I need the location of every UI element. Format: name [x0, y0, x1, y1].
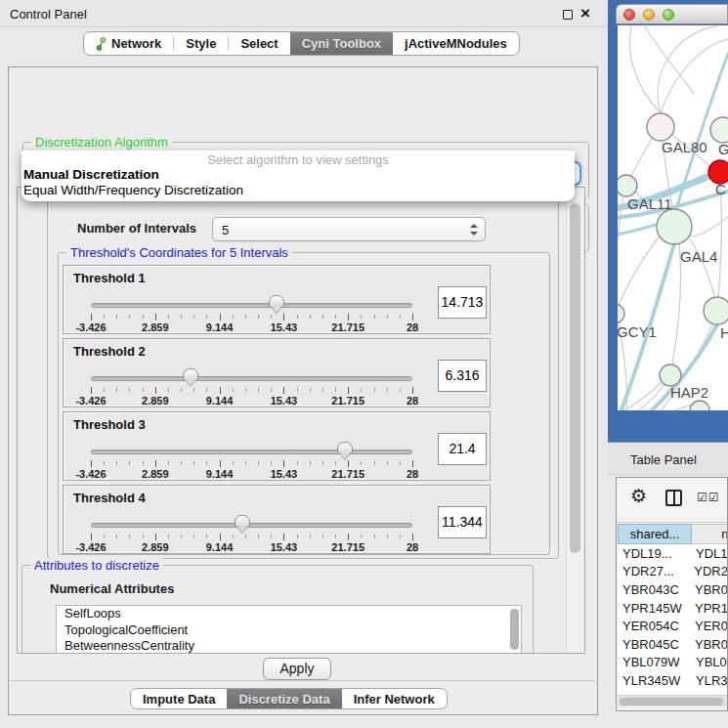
- network-edge[interactable]: [629, 26, 661, 113]
- slider-tick: [168, 315, 169, 319]
- slider-tick: [322, 535, 323, 538]
- slider-tick: [335, 461, 336, 465]
- numerical-attributes-list[interactable]: SelfLoopsTopologicalCoefficientBetweenne…: [56, 605, 522, 654]
- table-hscrollbar[interactable]: [618, 695, 728, 707]
- settings-scrollbar-thumb[interactable]: [570, 203, 580, 553]
- table-hscrollbar-thumb[interactable]: [620, 698, 723, 706]
- cell-name: YPR1: [691, 601, 728, 616]
- slider-tick: [283, 534, 284, 540]
- split-columns-icon[interactable]: [665, 490, 682, 506]
- table-row[interactable]: YBL079WYBL0: [618, 654, 728, 672]
- popup-option-equal-width[interactable]: Equal Width/Frequency Discretization: [21, 183, 575, 198]
- threshold-slider-thumb[interactable]: [235, 515, 250, 528]
- network-node[interactable]: [690, 401, 709, 420]
- threshold-slider-track[interactable]: [91, 523, 412, 528]
- tab-network[interactable]: Network: [84, 32, 173, 55]
- tab-style[interactable]: Style: [174, 32, 228, 55]
- slider-tick-label: 21.715: [331, 468, 364, 480]
- network-edge[interactable]: [661, 39, 728, 113]
- table-row[interactable]: YBR043CYBR0: [618, 580, 728, 599]
- slider-tick-label: 15.43: [271, 321, 298, 333]
- table-row[interactable]: YER054CYER0: [618, 617, 728, 635]
- column-header-name[interactable]: na: [692, 524, 728, 544]
- apply-button[interactable]: Apply: [263, 658, 331, 680]
- threshold-slider-track[interactable]: [91, 450, 412, 454]
- network-node-label: HAP2: [670, 384, 708, 401]
- cell-name: YDL1: [692, 546, 728, 561]
- network-node[interactable]: [710, 117, 728, 143]
- network-node[interactable]: [657, 209, 692, 244]
- cell-name: YER0: [691, 619, 728, 633]
- bottom-tab-infer-network[interactable]: Infer Network: [342, 689, 447, 708]
- slider-tick: [245, 461, 246, 465]
- threshold-value-field[interactable]: 6.316: [438, 360, 487, 392]
- attributes-scrollbar-thumb[interactable]: [510, 609, 519, 650]
- slider-tick-label: -3.426: [75, 541, 106, 553]
- network-view-window[interactable]: GAL80GCGAL11GAL4GCY1HHAP2: [608, 0, 728, 442]
- slider-tick-label: -3.426: [75, 321, 106, 333]
- threshold-slider-track[interactable]: [91, 303, 412, 308]
- attribute-list-item[interactable]: BetweennessCentrality: [57, 638, 521, 654]
- slider-tick: [412, 314, 413, 321]
- threshold-value-field[interactable]: 14.713: [438, 286, 487, 319]
- network-edge[interactable]: [718, 184, 721, 297]
- gear-icon[interactable]: ⚙: [630, 485, 647, 506]
- threshold-value-field[interactable]: 11.344: [438, 506, 487, 538]
- slider-tick: [104, 535, 105, 538]
- table-row[interactable]: YLR345WYLR3: [618, 671, 728, 690]
- attribute-list-item[interactable]: TopologicalCoefficient: [57, 622, 521, 639]
- threshold-slider-thumb[interactable]: [337, 442, 353, 454]
- table-row[interactable]: YDR27...YDR2: [618, 563, 728, 581]
- network-node[interactable]: [616, 175, 637, 196]
- table-row[interactable]: YDL19...YDL1: [618, 544, 728, 563]
- slider-tick-label: -3.426: [75, 468, 106, 480]
- slider-tick: [245, 315, 246, 319]
- close-panel-icon[interactable]: ×: [580, 4, 590, 23]
- tab-jactivemnodules[interactable]: jActiveMNodules: [393, 32, 519, 55]
- slider-tick-label: 28: [407, 321, 418, 333]
- select-columns-icon[interactable]: ☑☑: [697, 491, 720, 504]
- slider-tick: [310, 535, 311, 538]
- threshold-value-field[interactable]: 21.4: [438, 433, 487, 465]
- threshold-slider-thumb[interactable]: [269, 295, 284, 308]
- table-panel: ⚙ ☑☑ shared... na YDL19...YDL1YDR27...YD…: [616, 477, 728, 711]
- control-panel-titlebar: Control Panel ×: [0, 0, 608, 27]
- bottom-tab-discretize-data[interactable]: Discretize Data: [227, 689, 341, 708]
- settings-scrollbar[interactable]: [566, 188, 583, 653]
- network-edge[interactable]: [658, 26, 717, 113]
- network-node[interactable]: [608, 304, 624, 323]
- network-node[interactable]: [660, 364, 681, 386]
- network-node[interactable]: [647, 113, 674, 141]
- attribute-list-item[interactable]: SelfLoops: [57, 606, 521, 622]
- column-header-shared-name[interactable]: shared...: [618, 524, 692, 544]
- slider-tick: [271, 461, 272, 465]
- threshold-panel-1: Threshold 1-3.4262.8599.14415.4321.71528…: [63, 265, 491, 334]
- table-row[interactable]: YPR145WYPR1: [618, 599, 728, 618]
- network-edge[interactable]: [618, 235, 661, 308]
- slider-tick-label: 28: [407, 541, 418, 553]
- tab-cyni-toolbox[interactable]: Cyni Toolbox: [290, 32, 393, 55]
- popup-option-manual[interactable]: Manual Discretization: [21, 167, 575, 183]
- slider-tick-label: 2.859: [142, 541, 169, 553]
- network-edge[interactable]: [645, 26, 694, 94]
- tab-label: Network: [111, 36, 161, 51]
- slider-tick: [206, 388, 207, 392]
- table-row[interactable]: YBR045CYBR0: [618, 635, 728, 654]
- tab-select[interactable]: Select: [229, 32, 289, 55]
- slider-tick-label: 2.859: [142, 321, 169, 333]
- slider-tick: [361, 388, 362, 392]
- cell-shared-name: YLR345W: [618, 673, 692, 688]
- network-node[interactable]: [704, 297, 728, 324]
- network-edge[interactable]: [608, 383, 661, 420]
- threshold-slider-thumb[interactable]: [183, 368, 198, 381]
- threshold-panel-2: Threshold 2-3.4262.8599.14415.4321.71528…: [63, 338, 491, 407]
- bottom-tab-impute-data[interactable]: Impute Data: [131, 689, 227, 708]
- number-of-intervals-combo[interactable]: 5: [212, 217, 486, 241]
- slider-tick: [91, 534, 92, 540]
- network-edge[interactable]: [688, 236, 715, 299]
- threshold-slider-track[interactable]: [91, 376, 412, 381]
- popup-hint: Select algorithm to view settings: [21, 150, 575, 167]
- slider-tick: [297, 315, 298, 319]
- float-panel-icon[interactable]: [563, 10, 573, 20]
- network-edge[interactable]: [630, 137, 653, 177]
